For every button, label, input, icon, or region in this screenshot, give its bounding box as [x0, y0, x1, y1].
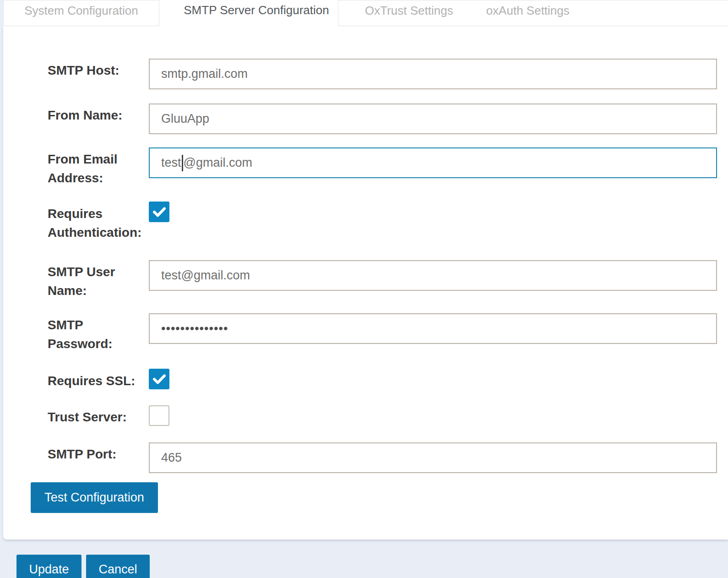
tab-group-right: OxTrust Settings oxAuth Settings [338, 0, 728, 26]
tab-smtp-server-configuration-label: SMTP Server Configuration [184, 0, 329, 19]
requires-ssl-checkbox[interactable] [149, 369, 169, 389]
tab-smtp-server-configuration[interactable]: SMTP Server Configuration [159, 0, 338, 26]
smtp-password-label: SMTP Password: [48, 316, 146, 353]
test-configuration-button[interactable]: Test Configuration [31, 482, 158, 513]
smtp-configuration-panel: SMTP Host: From Name: From Email Address… [3, 26, 728, 540]
from-email-text-after-caret: @gmail.com [184, 156, 252, 170]
requires-ssl-label: Requires SSL: [48, 371, 146, 390]
tab-system-configuration-label: System Configuration [24, 0, 138, 20]
smtp-password-input[interactable] [149, 313, 717, 344]
from-name-label: From Name: [48, 106, 146, 125]
smtp-port-input[interactable] [149, 442, 717, 473]
from-email-address-input[interactable]: test@gmail.com [149, 147, 717, 178]
cancel-button[interactable]: Cancel [86, 555, 150, 578]
checkmark-icon [153, 207, 166, 217]
requires-authentication-label: Requires Authentication: [48, 204, 146, 242]
trust-server-checkbox[interactable] [149, 405, 169, 426]
from-name-input[interactable] [149, 104, 717, 134]
checkmark-icon [153, 374, 166, 384]
update-button[interactable]: Update [16, 555, 81, 578]
trust-server-label: Trust Server: [48, 408, 146, 426]
from-email-address-label: From Email Address: [48, 150, 146, 187]
smtp-user-name-label: SMTP User Name: [48, 262, 146, 300]
requires-authentication-checkbox[interactable] [149, 202, 169, 222]
text-caret [182, 155, 183, 171]
tab-system-configuration[interactable]: System Configuration [3, 0, 159, 26]
smtp-host-label: SMTP Host: [48, 61, 146, 80]
smtp-user-name-input[interactable] [149, 260, 717, 291]
tab-oxauth-settings[interactable]: oxAuth Settings [486, 0, 570, 20]
from-email-text-before-caret: test [161, 156, 181, 170]
smtp-host-input[interactable] [149, 59, 717, 89]
tab-oxtrust-settings[interactable]: OxTrust Settings [365, 0, 453, 20]
smtp-port-label: SMTP Port: [48, 445, 146, 463]
